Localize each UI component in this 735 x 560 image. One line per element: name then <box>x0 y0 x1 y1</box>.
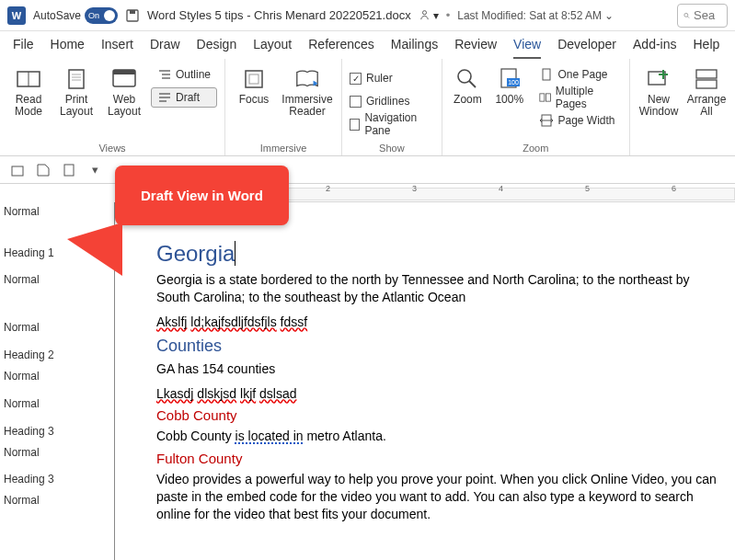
tab-mailings[interactable]: Mailings <box>391 37 438 59</box>
ruler-checkbox[interactable]: ✓ Ruler <box>350 68 434 88</box>
word-app-icon: W <box>7 6 26 25</box>
focus-button[interactable]: Focus <box>233 63 275 106</box>
print-layout-label: Print Layout <box>60 94 93 118</box>
qat-item-3[interactable] <box>61 162 77 178</box>
group-views-label: Views <box>7 143 217 154</box>
arrange-all-label: Arrange All <box>687 94 727 118</box>
zoom-button[interactable]: Zoom <box>450 63 486 106</box>
style-row: Normal <box>0 446 40 459</box>
print-layout-button[interactable]: Print Layout <box>55 63 98 118</box>
style-row: Normal <box>0 397 40 410</box>
outline-label: Outline <box>176 68 211 81</box>
heading-3[interactable]: Cobb County <box>156 407 721 423</box>
body-paragraph[interactable]: GA has 154 counties <box>156 360 721 378</box>
style-row: Normal <box>0 273 40 286</box>
ribbon: Read Mode Print Layout Web Layout Outlin… <box>0 59 735 156</box>
svg-line-4 <box>687 16 689 17</box>
style-row: Normal <box>0 321 40 334</box>
outline-button[interactable]: Outline <box>151 64 217 85</box>
svg-rect-12 <box>113 70 135 74</box>
document-title: Word Styles 5 tips - Chris Menard 202205… <box>147 8 411 22</box>
immersive-reader-button[interactable]: Immersive Reader <box>281 63 334 118</box>
body-paragraph[interactable]: Akslfj ld;kajfsdljfdsfjls fdssf <box>156 314 721 331</box>
zoom-label: Zoom <box>454 94 482 106</box>
page-width-label: Page Width <box>557 114 614 127</box>
qat-dropdown-icon[interactable]: ▾ <box>86 162 103 178</box>
heading-1[interactable]: Georgia <box>156 241 721 267</box>
read-mode-label: Read Mode <box>15 94 42 118</box>
tab-addins[interactable]: Add-ins <box>633 37 676 59</box>
tab-view[interactable]: View <box>513 37 541 59</box>
arrange-all-button[interactable]: Arrange All <box>685 63 728 118</box>
body-paragraph[interactable]: Cobb County is located in metro Atlanta. <box>156 428 721 445</box>
gridlines-label: Gridlines <box>366 95 409 108</box>
svg-point-21 <box>458 70 471 83</box>
tab-file[interactable]: File <box>13 37 34 59</box>
navigation-label: Navigation Pane <box>364 111 433 137</box>
svg-rect-37 <box>64 165 74 176</box>
autosave-state: On <box>88 11 99 20</box>
search-input[interactable] <box>694 8 721 22</box>
immersive-reader-icon <box>294 66 320 92</box>
new-window-button[interactable]: New Window <box>637 63 680 118</box>
text-cursor <box>235 241 235 266</box>
read-mode-button[interactable]: Read Mode <box>7 63 50 118</box>
chevron-down-icon: ⌄ <box>604 9 614 22</box>
qat-item-1[interactable] <box>9 162 26 178</box>
read-mode-icon <box>16 66 41 92</box>
group-window: New Window Arrange All <box>630 59 735 155</box>
tab-developer[interactable]: Developer <box>557 37 616 59</box>
heading-3[interactable]: Fulton County <box>156 451 721 466</box>
style-row: Heading 3 <box>0 425 54 438</box>
tab-design[interactable]: Design <box>197 37 237 59</box>
zoom-100-label: 100% <box>495 94 523 106</box>
save-icon[interactable] <box>125 8 140 23</box>
tab-draw[interactable]: Draw <box>150 37 180 59</box>
gridlines-checkbox[interactable]: Gridlines <box>350 91 434 111</box>
svg-rect-20 <box>249 74 258 84</box>
navigation-pane-checkbox[interactable]: Navigation Pane <box>350 114 434 134</box>
page-width-button[interactable]: Page Width <box>533 110 622 131</box>
tab-help[interactable]: Help <box>694 37 720 59</box>
focus-icon <box>241 66 267 92</box>
toggle-knob <box>104 10 115 21</box>
tab-layout[interactable]: Layout <box>253 37 292 59</box>
immersive-reader-label: Immersive Reader <box>281 94 332 118</box>
qat-item-2[interactable] <box>35 162 52 178</box>
group-views: Read Mode Print Layout Web Layout Outlin… <box>0 59 225 155</box>
new-window-icon <box>646 66 672 92</box>
heading-2[interactable]: Counties <box>156 337 721 356</box>
one-page-button[interactable]: One Page <box>533 64 622 85</box>
autosave-control[interactable]: AutoSave On <box>33 7 118 24</box>
ruler-mark: 3 <box>412 184 417 193</box>
draft-button[interactable]: Draft <box>151 87 217 108</box>
share-icon[interactable]: ▾ <box>419 9 439 22</box>
ruler-mark: 2 <box>326 184 330 193</box>
svg-rect-7 <box>69 70 84 88</box>
tab-insert[interactable]: Insert <box>101 37 133 59</box>
style-row: Heading 1 <box>0 246 54 259</box>
checkbox-icon <box>350 96 362 108</box>
title-bar: W AutoSave On Word Styles 5 tips - Chris… <box>0 0 735 31</box>
outline-icon <box>157 68 172 81</box>
one-page-icon <box>539 68 554 81</box>
body-paragraph[interactable]: Georgia is a state bordered to the north… <box>156 271 721 306</box>
svg-rect-36 <box>12 166 23 176</box>
search-box[interactable] <box>677 4 728 28</box>
svg-point-3 <box>684 13 688 17</box>
tab-references[interactable]: References <box>308 37 374 59</box>
zoom-icon <box>454 66 480 92</box>
autosave-toggle[interactable]: On <box>85 7 118 24</box>
body-paragraph[interactable]: Video provides a powerful way to help yo… <box>156 471 721 523</box>
document-content[interactable]: Georgia Georgia is a state bordered to t… <box>115 202 735 560</box>
multiple-pages-button[interactable]: Multiple Pages <box>533 87 622 108</box>
svg-rect-1 <box>130 10 135 14</box>
tab-home[interactable]: Home <box>51 37 85 59</box>
web-layout-button[interactable]: Web Layout <box>103 63 145 118</box>
style-row: Heading 2 <box>0 349 54 361</box>
zoom-100-icon: 100 <box>497 66 523 92</box>
tab-review[interactable]: Review <box>454 37 497 59</box>
zoom-100-button[interactable]: 100 100% <box>491 63 527 106</box>
body-paragraph[interactable]: Lkasdj dlskjsd lkjf dslsad <box>156 385 721 403</box>
last-modified-text[interactable]: Last Modified: Sat at 8:52 AM ⌄ <box>457 9 614 22</box>
